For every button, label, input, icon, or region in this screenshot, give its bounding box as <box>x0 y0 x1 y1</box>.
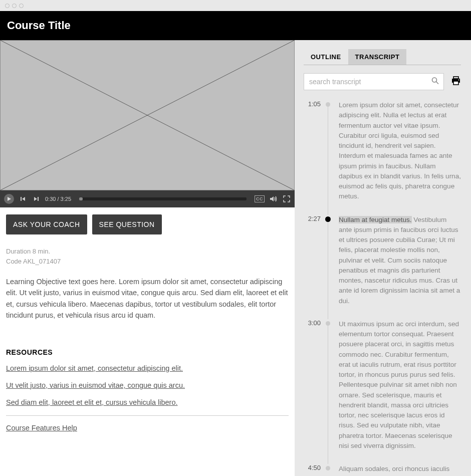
cc-button[interactable]: CC <box>255 195 265 202</box>
transcript-text: Ut maximus ipsum ac orci interdum, sed e… <box>339 319 461 451</box>
transcript-entry[interactable]: 3:00Ut maximus ipsum ac orci interdum, s… <box>304 319 461 451</box>
timeline-dot <box>326 321 330 326</box>
see-question-button[interactable]: SEE QUESTION <box>92 214 162 234</box>
resource-link[interactable]: Ut velit justo, varius in euismod vitae,… <box>6 381 289 389</box>
tab-bar: OUTLINE TRANSCRIPT <box>304 49 461 65</box>
video-time: 0:30 / 3:25 <box>45 196 71 202</box>
chrome-minimize-icon <box>12 4 17 8</box>
svg-rect-7 <box>38 197 39 201</box>
video-placeholder[interactable] <box>0 40 295 190</box>
transcript-text: Nullam at feugiat metus. Vestibulum ante… <box>339 215 461 306</box>
skip-forward-icon <box>33 196 39 202</box>
svg-rect-13 <box>453 81 458 85</box>
print-icon <box>451 76 461 86</box>
transcript-entry[interactable]: 1:05Lorem ipsum dolor sit amet, consecte… <box>304 100 461 202</box>
timeline-line <box>328 218 328 319</box>
resource-link[interactable]: Lorem ipsum dolor sit amet, consectetur … <box>6 364 289 372</box>
svg-marker-3 <box>8 197 11 201</box>
left-column: 0:30 / 3:25 CC ASK YOUR COACH SEE QUESTI… <box>0 40 295 476</box>
svg-point-14 <box>458 79 459 80</box>
right-column: OUTLINE TRANSCRIPT 1:05Lorem ipsum dolor… <box>295 40 471 476</box>
svg-marker-6 <box>34 197 37 201</box>
volume-button[interactable] <box>270 195 278 203</box>
transcript-text: Lorem ipsum dolor sit amet, consectetur … <box>339 100 461 202</box>
resources-heading: RESOURCES <box>6 348 289 356</box>
timeline-dot <box>325 216 331 222</box>
play-button[interactable] <box>4 194 14 204</box>
video-controls: 0:30 / 3:25 CC <box>0 190 295 207</box>
play-icon <box>7 196 12 201</box>
svg-point-9 <box>432 78 437 82</box>
transcript-time: 4:50 <box>304 464 321 476</box>
timeline-line <box>328 103 328 215</box>
next-button[interactable] <box>32 195 40 203</box>
course-meta: Duration 8 min. Code AKL_071407 <box>6 247 289 266</box>
svg-marker-5 <box>22 197 25 201</box>
course-help-link[interactable]: Course Features Help <box>6 424 289 432</box>
transcript-entry[interactable]: 2:27Nullam at feugiat metus. Vestibulum … <box>304 215 461 306</box>
transcript-entry[interactable]: 4:50Aliquam sodales, orci rhoncus iaculi… <box>304 464 461 476</box>
transcript-text: Aliquam sodales, orci rhoncus iaculis gr… <box>339 464 461 476</box>
fullscreen-button[interactable] <box>283 195 291 203</box>
progress-bar[interactable] <box>79 197 247 200</box>
volume-icon <box>270 195 278 202</box>
progress-fill <box>79 197 83 200</box>
search-input[interactable] <box>304 73 444 90</box>
svg-line-10 <box>436 82 439 84</box>
transcript-time: 3:00 <box>304 319 321 451</box>
placeholder-x-icon <box>0 40 295 190</box>
code-text: Code AKL_071407 <box>6 257 289 267</box>
timeline-dot <box>326 466 330 470</box>
print-button[interactable] <box>451 76 461 88</box>
duration-text: Duration 8 min. <box>6 247 289 257</box>
learning-objective: Learning Objective text goes here. Lorem… <box>6 276 289 321</box>
svg-rect-11 <box>453 77 458 79</box>
chrome-close-icon <box>5 4 10 8</box>
skip-back-icon <box>20 196 26 202</box>
transcript-time: 2:27 <box>304 215 321 306</box>
tab-transcript[interactable]: TRANSCRIPT <box>348 49 407 65</box>
transcript-time: 1:05 <box>304 100 321 202</box>
fullscreen-icon <box>283 195 290 202</box>
course-header: Course Title <box>0 11 471 40</box>
search-icon[interactable] <box>431 77 439 87</box>
course-title: Course Title <box>7 19 464 32</box>
ask-coach-button[interactable]: ASK YOUR COACH <box>6 214 87 234</box>
tab-outline[interactable]: OUTLINE <box>304 49 348 65</box>
timeline-line <box>328 322 328 464</box>
svg-rect-4 <box>21 197 22 201</box>
window-chrome <box>0 0 471 11</box>
svg-marker-8 <box>270 196 274 201</box>
transcript-list: 1:05Lorem ipsum dolor sit amet, consecte… <box>304 100 461 476</box>
timeline-dot <box>326 102 330 107</box>
divider <box>6 415 289 416</box>
prev-button[interactable] <box>19 195 27 203</box>
resource-link[interactable]: Sed diam elit, laoreet et elit et, cursu… <box>6 398 289 406</box>
chrome-maximize-icon <box>19 4 24 8</box>
